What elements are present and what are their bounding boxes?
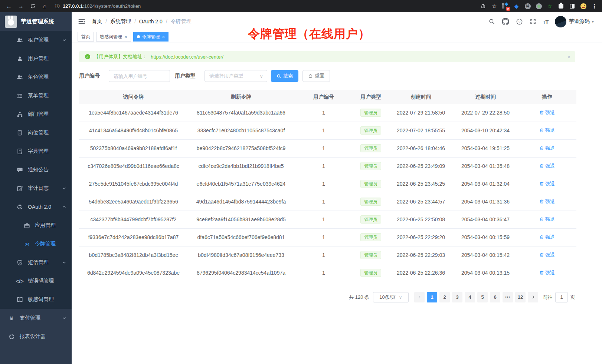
sidebar-item-label: OAuth 2.0	[28, 204, 51, 210]
forward-icon[interactable]: →	[16, 2, 25, 11]
sidebar-item-openbook[interactable]: 敏感词管理	[0, 290, 72, 309]
sidebar-item-label: 报表设计器	[20, 333, 46, 340]
sidebar-item-org[interactable]: 部门管理	[0, 105, 72, 123]
page-button-6[interactable]: 6	[490, 292, 500, 302]
font-size-icon[interactable]: TT	[543, 19, 549, 25]
user-type-select[interactable]: 请选择用户类型 ∨	[205, 70, 267, 82]
site-info-icon[interactable]: ⓘ	[55, 3, 60, 10]
force-logout-button[interactable]: 强退	[539, 127, 555, 134]
sidebar-item-yen[interactable]: ¥支付管理	[0, 309, 72, 327]
alert-close-icon[interactable]: ×	[567, 54, 570, 60]
back-icon[interactable]: ←	[4, 2, 13, 11]
cell-refresh-token: 8796295f04064c2983414cc54af1097a	[188, 264, 294, 282]
force-logout-button[interactable]: 强退	[539, 216, 555, 223]
github-icon[interactable]	[502, 18, 509, 25]
page-button-1[interactable]: 1	[427, 292, 437, 302]
search-icon[interactable]	[488, 18, 495, 25]
force-logout-button[interactable]: 强退	[539, 145, 555, 152]
breadcrumb-item[interactable]: 首页	[92, 18, 102, 25]
goto-page-input[interactable]	[555, 292, 568, 302]
app-logo[interactable]: 芋道管理系统	[0, 12, 72, 31]
user-type-badge: 管理员	[360, 198, 381, 206]
record-extension-icon[interactable]	[536, 3, 542, 9]
help-icon[interactable]: ?	[516, 18, 523, 25]
bookmark-star-icon[interactable]: ☆	[491, 3, 497, 9]
org-icon	[16, 111, 23, 118]
sidebar-item-code[interactable]: </>错误码管理	[0, 272, 72, 290]
force-logout-button[interactable]: 强退	[539, 234, 555, 241]
page-button-4[interactable]: 4	[465, 292, 475, 302]
command-extension-icon[interactable]: ⌘	[524, 3, 531, 9]
profile-emoji-icon[interactable]	[580, 3, 586, 9]
page-button-3[interactable]: 3	[452, 292, 462, 302]
puzzle-extensions-icon[interactable]	[558, 3, 564, 9]
collapse-sidebar-icon[interactable]	[78, 17, 86, 26]
force-logout-button[interactable]: 强退	[539, 198, 555, 205]
svg-text:?: ?	[518, 20, 520, 23]
page-button-2[interactable]: 2	[439, 292, 450, 302]
reset-button[interactable]: 重置	[302, 70, 330, 82]
gem-extension-icon[interactable]: ◆	[513, 3, 520, 9]
reload-icon[interactable]	[28, 2, 37, 11]
cell-action: 强退	[518, 104, 576, 122]
cell-action: 强退	[518, 139, 576, 157]
sidebar-item-badge[interactable]: 岗位管理	[0, 123, 72, 142]
pages-more-button[interactable]: •••	[503, 292, 513, 302]
user-menu[interactable]: 芋道源码 ▾	[555, 16, 594, 27]
page-button-5[interactable]: 5	[477, 292, 488, 302]
sidebar-item-briefcase[interactable]: 应用管理	[0, 216, 72, 235]
sidebar-item-robot[interactable]: OAuth 2.0	[0, 198, 72, 216]
green-star-extension-icon[interactable]: ☆	[547, 3, 553, 9]
sidebar-item-signal[interactable]: A令牌管理	[0, 235, 72, 253]
force-logout-button[interactable]: 强退	[539, 269, 555, 276]
sidebar-item-person[interactable]: 用户管理	[0, 49, 72, 68]
force-logout-button[interactable]: 强退	[539, 163, 555, 169]
sidebar-item-people[interactable]: 角色管理	[0, 68, 72, 86]
cell-action: 强退	[518, 264, 576, 282]
cell-user-type: 管理员	[353, 122, 389, 139]
tab-令牌管理[interactable]: 令牌管理×	[133, 32, 169, 42]
table-row: f9336e7c7dd242a283ee98dc86b17a87dfa6c71a…	[79, 228, 576, 246]
sidebar-item-edit[interactable]: 审计日志	[0, 179, 72, 198]
cell-expire-time: 2054-03-04 00:15:59	[453, 228, 518, 246]
cell-access-token: c342377bf8b344799dcbf7bf095287f2	[79, 211, 188, 228]
cell-expire-time: 2054-03-04 00:36:47	[453, 211, 518, 228]
cell-action: 强退	[518, 175, 576, 193]
sidebar-item-loop[interactable]: 报表设计器	[0, 327, 72, 346]
cell-created-time: 2022-06-26 18:04:46	[389, 139, 453, 157]
side-panel-icon[interactable]	[569, 3, 575, 9]
fullscreen-icon[interactable]	[529, 18, 537, 25]
sidebar-item-shield[interactable]: 短信管理	[0, 253, 72, 272]
search-button[interactable]: 搜索	[271, 70, 298, 82]
force-logout-button[interactable]: 强退	[539, 181, 555, 187]
sidebar-item-menutree[interactable]: 菜单管理	[0, 86, 72, 105]
cell-refresh-token: be90422b8c7946218275a508bf524fc9	[188, 139, 294, 157]
next-page-button[interactable]	[528, 292, 538, 302]
user-id-input[interactable]	[109, 70, 170, 82]
cell-access-token: f9336e7c7dd242a283ee98dc86b17a87	[79, 228, 188, 246]
force-logout-button[interactable]: 强退	[539, 252, 555, 258]
breadcrumb-item[interactable]: 系统管理	[110, 18, 131, 25]
prev-page-button[interactable]	[414, 292, 425, 302]
cell-user-type: 管理员	[353, 211, 389, 228]
doc-link[interactable]: https://doc.iocoder.cn/user-center/	[151, 54, 223, 60]
sidebar-item-dict[interactable]: 字典管理	[0, 142, 72, 161]
breadcrumb-item[interactable]: OAuth 2.0	[139, 19, 163, 24]
force-logout-button[interactable]: 强退	[539, 109, 555, 116]
sidebar-item-chat[interactable]: 通知公告	[0, 161, 72, 179]
tab-敏感词管理[interactable]: 敏感词管理×	[96, 32, 131, 42]
total-count: 共 120 条	[349, 294, 369, 301]
extension-grid-icon[interactable]: 9	[502, 3, 508, 9]
page-button-12[interactable]: 12	[515, 292, 526, 302]
tab-close-icon[interactable]: ×	[162, 34, 165, 40]
avatar[interactable]	[555, 16, 566, 27]
tab-首页[interactable]: 首页	[78, 32, 94, 42]
trash-icon	[539, 270, 544, 275]
tab-close-icon[interactable]: ×	[124, 34, 127, 40]
sidebar-item-people[interactable]: 租户管理	[0, 31, 72, 49]
page-size-select[interactable]: 10条/页 ∨	[373, 292, 409, 302]
share-icon[interactable]	[480, 3, 486, 9]
home-icon[interactable]: ⌂	[40, 2, 49, 11]
address-bar[interactable]: ⓘ 127.0.0.1:1024/system/oauth2/token	[55, 3, 480, 10]
browser-menu-icon[interactable]: ⋮	[591, 3, 598, 9]
